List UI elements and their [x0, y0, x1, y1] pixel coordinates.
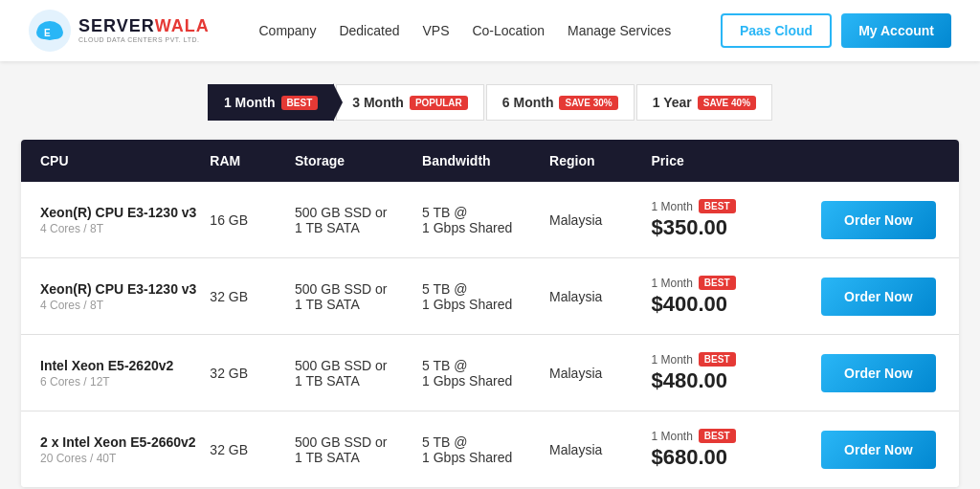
- tab-1month[interactable]: 1 Month BEST: [208, 84, 334, 121]
- logo-server: SERVER: [78, 17, 155, 36]
- table-row: Xeon(R) CPU E3-1230 v3 4 Cores / 8T 32 G…: [21, 258, 959, 335]
- cpu-name: Xeon(R) CPU E3-1230 v3: [40, 281, 210, 297]
- ram-cell: 32 GB: [210, 289, 295, 304]
- header-buttons: Paas Cloud My Account: [721, 13, 951, 48]
- tab-1year-label: 1 Year: [653, 95, 692, 110]
- cpu-sub: 4 Cores / 8T: [40, 222, 210, 235]
- logo-icon: E: [29, 10, 71, 52]
- price-badge: BEST: [699, 276, 736, 290]
- cpu-name: 2 x Intel Xeon E5-2660v2: [40, 434, 210, 450]
- order-now-button[interactable]: Order Now: [821, 201, 936, 239]
- region-cell: Malaysia: [549, 366, 651, 381]
- cpu-cell: Xeon(R) CPU E3-1230 v3 4 Cores / 8T: [40, 205, 210, 235]
- table-row: 2 x Intel Xeon E5-2660v2 20 Cores / 40T …: [21, 411, 959, 487]
- nav: Company Dedicated VPS Co-Location Manage…: [258, 23, 671, 38]
- cpu-sub: 20 Cores / 40T: [40, 452, 210, 465]
- logo: E SERVER WALA CLOUD DATA CENTERS PVT. LT…: [29, 10, 210, 52]
- order-now-button[interactable]: Order Now: [821, 354, 936, 392]
- price-badge: BEST: [699, 352, 736, 367]
- price-cell: 1 Month BEST $680.00: [651, 429, 820, 470]
- cpu-name: Xeon(R) CPU E3-1230 v3: [40, 205, 210, 220]
- price-amount: $480.00: [651, 368, 820, 393]
- cpu-cell: 2 x Intel Xeon E5-2660v2 20 Cores / 40T: [40, 434, 210, 465]
- nav-vps[interactable]: VPS: [422, 23, 449, 38]
- nav-manage[interactable]: Manage Services: [568, 23, 671, 38]
- tab-6month-badge: SAVE 30%: [559, 96, 617, 110]
- nav-company[interactable]: Company: [258, 23, 316, 38]
- price-amount: $350.00: [651, 215, 820, 240]
- server-table: CPU RAM Storage Bandwidth Region Price X…: [21, 140, 959, 487]
- price-cell: 1 Month BEST $350.00: [651, 199, 820, 240]
- ram-cell: 32 GB: [210, 442, 295, 457]
- col-price: Price: [651, 153, 820, 168]
- col-region: Region: [549, 153, 651, 168]
- order-cell: Order Now: [821, 431, 940, 469]
- bandwidth-cell: 5 TB @ 1 Gbps Shared: [422, 434, 549, 465]
- cpu-name: Intel Xeon E5-2620v2: [40, 358, 210, 373]
- logo-sub: CLOUD DATA CENTERS PVT. LTD.: [78, 36, 210, 44]
- tab-1year[interactable]: 1 Year SAVE 40%: [636, 84, 772, 121]
- storage-cell: 500 GB SSD or 1 TB SATA: [295, 358, 422, 389]
- tab-1month-badge: BEST: [281, 96, 319, 110]
- col-storage: Storage: [295, 153, 422, 168]
- order-now-button[interactable]: Order Now: [821, 431, 936, 469]
- header: E SERVER WALA CLOUD DATA CENTERS PVT. LT…: [0, 0, 980, 61]
- tab-1month-label: 1 Month: [224, 95, 276, 110]
- bandwidth-cell: 5 TB @ 1 Gbps Shared: [422, 358, 549, 389]
- region-cell: Malaysia: [549, 212, 651, 228]
- table-row: Xeon(R) CPU E3-1230 v3 4 Cores / 8T 16 G…: [21, 182, 959, 258]
- cpu-cell: Xeon(R) CPU E3-1230 v3 4 Cores / 8T: [40, 281, 210, 312]
- ram-cell: 32 GB: [210, 366, 295, 381]
- tab-1year-badge: SAVE 40%: [698, 96, 756, 110]
- cpu-sub: 6 Cores / 12T: [40, 375, 210, 389]
- svg-text:E: E: [44, 28, 51, 38]
- price-amount: $400.00: [651, 292, 820, 317]
- table-row: Intel Xeon E5-2620v2 6 Cores / 12T 32 GB…: [21, 335, 959, 411]
- nav-dedicated[interactable]: Dedicated: [339, 23, 399, 38]
- tab-3month-badge: POPULAR: [410, 96, 468, 110]
- storage-cell: 500 GB SSD or 1 TB SATA: [295, 281, 422, 312]
- tab-6month[interactable]: 6 Month SAVE 30%: [486, 84, 635, 121]
- tab-3month-label: 3 Month: [352, 95, 404, 110]
- order-now-button[interactable]: Order Now: [821, 278, 936, 316]
- bandwidth-cell: 5 TB @ 1 Gbps Shared: [422, 281, 549, 312]
- price-cell: 1 Month BEST $400.00: [651, 276, 820, 317]
- tab-6month-label: 6 Month: [502, 95, 554, 110]
- table-header: CPU RAM Storage Bandwidth Region Price: [21, 140, 959, 182]
- price-badge: BEST: [699, 429, 736, 443]
- storage-cell: 500 GB SSD or 1 TB SATA: [295, 205, 422, 235]
- col-ram: RAM: [210, 153, 295, 168]
- region-cell: Malaysia: [549, 442, 651, 457]
- order-cell: Order Now: [821, 278, 940, 316]
- logo-wala: WALA: [155, 17, 210, 36]
- cpu-cell: Intel Xeon E5-2620v2 6 Cores / 12T: [40, 358, 210, 389]
- nav-colocation[interactable]: Co-Location: [472, 23, 545, 38]
- paas-cloud-button[interactable]: Paas Cloud: [721, 13, 832, 48]
- col-action: [821, 153, 940, 168]
- storage-cell: 500 GB SSD or 1 TB SATA: [295, 434, 422, 465]
- period-tabs: 1 Month BEST 3 Month POPULAR 6 Month SAV…: [0, 84, 980, 121]
- price-amount: $680.00: [651, 445, 820, 470]
- logo-text: SERVER WALA CLOUD DATA CENTERS PVT. LTD.: [78, 17, 210, 43]
- col-bandwidth: Bandwidth: [422, 153, 549, 168]
- cpu-sub: 4 Cores / 8T: [40, 299, 210, 312]
- region-cell: Malaysia: [549, 289, 651, 304]
- bandwidth-cell: 5 TB @ 1 Gbps Shared: [422, 205, 549, 235]
- tab-3month[interactable]: 3 Month POPULAR: [336, 84, 484, 121]
- order-cell: Order Now: [821, 354, 940, 392]
- price-badge: BEST: [699, 199, 736, 213]
- ram-cell: 16 GB: [210, 212, 295, 228]
- price-cell: 1 Month BEST $480.00: [651, 352, 820, 393]
- my-account-button[interactable]: My Account: [841, 13, 951, 48]
- col-cpu: CPU: [40, 153, 210, 168]
- order-cell: Order Now: [821, 201, 940, 239]
